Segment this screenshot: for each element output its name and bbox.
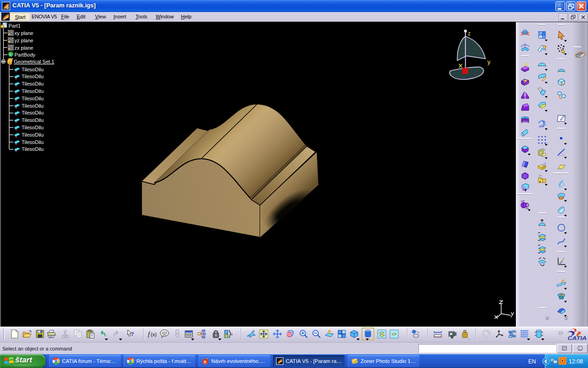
svg-text:TilesoDilu: TilesoDilu bbox=[22, 146, 44, 152]
svg-text:TilesoDilu: TilesoDilu bbox=[22, 88, 44, 94]
svg-text:TilesoDilu: TilesoDilu bbox=[22, 96, 44, 101]
svg-text:TilesoDilu: TilesoDilu bbox=[22, 81, 44, 86]
svg-text:i: i bbox=[579, 346, 580, 351]
svg-text:z: z bbox=[468, 30, 471, 37]
svg-text:TilesoDilu: TilesoDilu bbox=[22, 132, 44, 138]
svg-text:y: y bbox=[487, 58, 491, 65]
svg-text:TilesoDilu: TilesoDilu bbox=[22, 117, 44, 123]
svg-text:Part1: Part1 bbox=[9, 23, 21, 29]
svg-text:TilesoDilu: TilesoDilu bbox=[22, 103, 44, 109]
svg-text:yz plane: yz plane bbox=[15, 38, 34, 43]
svg-text:TilesoDilu: TilesoDilu bbox=[22, 139, 44, 145]
svg-text:Geometrical Set.1: Geometrical Set.1 bbox=[14, 59, 54, 64]
svg-text:PartBody: PartBody bbox=[15, 52, 36, 58]
svg-text:xy plane: xy plane bbox=[15, 30, 34, 36]
svg-text:TilesoDilu: TilesoDilu bbox=[22, 67, 44, 72]
svg-text:zx plane: zx plane bbox=[15, 45, 34, 51]
svg-text:TilesoDilu: TilesoDilu bbox=[22, 110, 44, 115]
svg-text:n: n bbox=[204, 359, 207, 364]
svg-text:TilesoDilu: TilesoDilu bbox=[22, 74, 44, 79]
svg-text:TilesoDilu: TilesoDilu bbox=[22, 125, 44, 130]
